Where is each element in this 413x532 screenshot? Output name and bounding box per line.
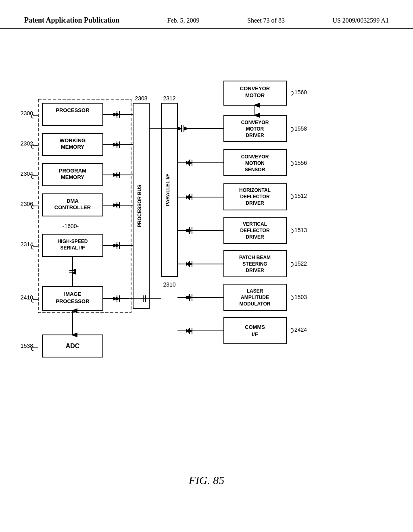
svg-text:SENSOR: SENSOR — [245, 167, 265, 172]
svg-text:COMMS: COMMS — [245, 324, 265, 330]
svg-text:HORIZONTAL: HORIZONTAL — [239, 187, 271, 193]
patent-number: US 2009/0032599 A1 — [332, 17, 389, 24]
svg-text:MOTION: MOTION — [245, 160, 265, 166]
publication-date: Feb. 5, 2009 — [167, 17, 200, 24]
svg-text:MEMORY: MEMORY — [61, 174, 84, 180]
svg-text:2306: 2306 — [21, 201, 33, 207]
svg-text:2312: 2312 — [163, 95, 175, 102]
svg-text:I/F: I/F — [252, 331, 258, 337]
sheet-info: Sheet 73 of 83 — [247, 17, 285, 24]
diagram-area: PROCESSOR 2300 WORKING MEMORY 2302 PROGR… — [0, 29, 413, 512]
svg-text:DRIVER: DRIVER — [246, 268, 264, 273]
svg-text:1558: 1558 — [294, 125, 307, 132]
svg-text:PARALLEL I/F: PARALLEL I/F — [165, 174, 171, 206]
svg-text:DEFLECTOR: DEFLECTOR — [240, 228, 269, 233]
svg-text:DRIVER: DRIVER — [246, 234, 264, 240]
svg-text:2302: 2302 — [21, 140, 33, 147]
svg-text:MOTOR: MOTOR — [246, 126, 264, 132]
svg-text:VERTICAL: VERTICAL — [243, 221, 267, 227]
svg-text:1560: 1560 — [294, 89, 307, 96]
svg-text:1512: 1512 — [294, 193, 307, 199]
svg-text:PROCESSOR: PROCESSOR — [56, 107, 90, 113]
svg-text:AMPLITUDE: AMPLITUDE — [241, 295, 269, 300]
svg-text:SERIAL I/F: SERIAL I/F — [60, 245, 85, 251]
page-header: Patent Application Publication Feb. 5, 2… — [0, 0, 413, 29]
svg-text:PROCESSOR: PROCESSOR — [56, 298, 90, 304]
svg-text:2314: 2314 — [21, 241, 33, 247]
svg-text:1522: 1522 — [294, 260, 307, 267]
svg-text:DRIVER: DRIVER — [246, 133, 264, 138]
svg-text:FIG. 85: FIG. 85 — [188, 474, 225, 486]
svg-text:PROGRAM: PROGRAM — [59, 168, 86, 174]
svg-text:1538: 1538 — [21, 343, 33, 349]
svg-text:CONVEYOR: CONVEYOR — [241, 154, 269, 160]
svg-text:HIGH-SPEED: HIGH-SPEED — [58, 239, 88, 244]
svg-rect-1 — [42, 103, 103, 125]
svg-text:STEERING: STEERING — [242, 261, 267, 267]
publication-title: Patent Application Publication — [24, 16, 119, 25]
svg-text:CONTROLLER: CONTROLLER — [54, 204, 91, 210]
svg-text:MEMORY: MEMORY — [61, 144, 84, 150]
svg-text:2310: 2310 — [163, 281, 175, 288]
svg-text:1503: 1503 — [294, 294, 307, 300]
svg-text:1513: 1513 — [294, 227, 307, 233]
svg-text:WORKING: WORKING — [60, 137, 86, 143]
svg-text:PATCH BEAM: PATCH BEAM — [239, 255, 271, 260]
svg-text:-1600-: -1600- — [63, 223, 79, 229]
svg-text:PROCESSOR BUS: PROCESSOR BUS — [137, 185, 142, 227]
svg-text:2304: 2304 — [21, 170, 33, 177]
svg-text:2308: 2308 — [135, 95, 147, 102]
svg-text:DRIVER: DRIVER — [246, 200, 264, 206]
svg-text:2424: 2424 — [294, 326, 307, 333]
svg-text:2300: 2300 — [21, 110, 33, 116]
svg-text:CONVEYOR: CONVEYOR — [241, 120, 269, 125]
svg-text:MODULATOR: MODULATOR — [240, 301, 271, 307]
svg-text:MOTOR: MOTOR — [245, 92, 265, 98]
svg-text:2410: 2410 — [21, 294, 33, 301]
svg-text:IMAGE: IMAGE — [64, 291, 81, 297]
patent-diagram: PROCESSOR 2300 WORKING MEMORY 2302 PROGR… — [0, 29, 413, 512]
svg-text:CONVEYOR: CONVEYOR — [240, 85, 270, 91]
svg-text:1556: 1556 — [294, 160, 307, 166]
svg-text:ADC: ADC — [66, 343, 80, 349]
svg-text:LASER: LASER — [247, 288, 263, 294]
svg-rect-68 — [224, 318, 286, 344]
svg-text:DMA: DMA — [67, 198, 79, 204]
svg-text:DEFLECTOR: DEFLECTOR — [240, 194, 269, 200]
